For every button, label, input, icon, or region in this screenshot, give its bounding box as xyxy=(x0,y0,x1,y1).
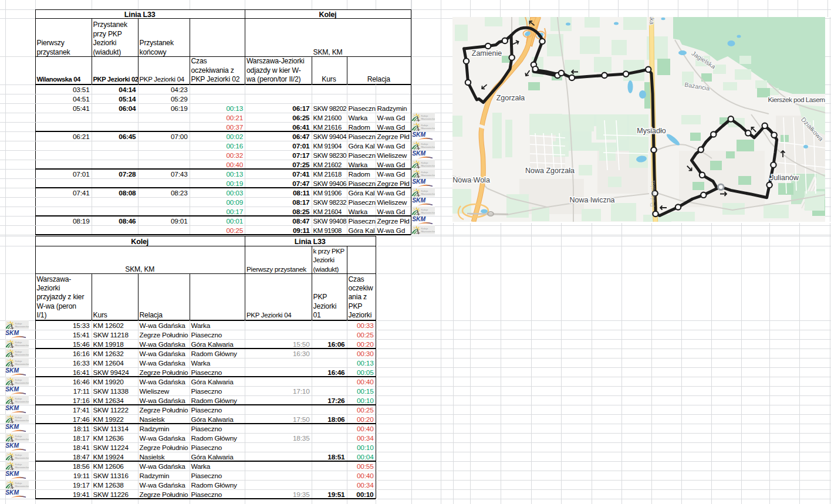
svg-text:Puławska: Puławska xyxy=(649,180,656,207)
svg-text:Mysiadło: Mysiadło xyxy=(637,127,666,135)
svg-text:Zamienie: Zamienie xyxy=(472,49,502,57)
svg-text:Nowa Iwiczna: Nowa Iwiczna xyxy=(569,196,614,204)
svg-text:Nowa Zgorzała: Nowa Zgorzała xyxy=(525,167,575,175)
svg-text:Kierszek pod Lasem: Kierszek pod Lasem xyxy=(768,96,825,104)
svg-text:Julianów: Julianów xyxy=(770,174,799,182)
svg-text:Nowa Wola: Nowa Wola xyxy=(452,176,490,184)
svg-text:Zgorzała: Zgorzała xyxy=(496,94,525,102)
svg-text:wska: wska xyxy=(648,17,656,25)
